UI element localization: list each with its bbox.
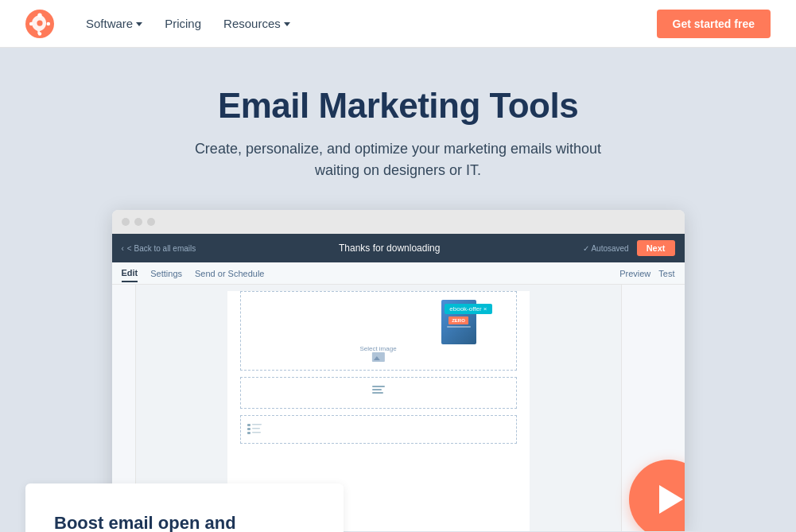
feature-card: Boost email open and clickthrough rates.… bbox=[25, 483, 344, 532]
mountain-icon bbox=[374, 356, 380, 360]
browser-dot-yellow bbox=[134, 218, 142, 226]
svg-rect-7 bbox=[372, 389, 382, 390]
editor-right-controls: ✓ Autosaved Next bbox=[583, 240, 674, 256]
hero-subtitle: Create, personalize, and optimize your m… bbox=[184, 138, 613, 181]
editor-title: Thanks for downloading bbox=[339, 243, 440, 254]
svg-rect-9 bbox=[247, 424, 250, 426]
tab-test[interactable]: Test bbox=[658, 266, 674, 282]
navbar: Software Pricing Resources Get started f… bbox=[0, 0, 796, 48]
svg-rect-13 bbox=[247, 432, 250, 434]
tab-send-schedule[interactable]: Send or Schedule bbox=[195, 266, 264, 282]
nav-software-label: Software bbox=[86, 17, 133, 30]
list-icon bbox=[247, 424, 262, 435]
editor-back-link[interactable]: ‹ < Back to all emails bbox=[122, 244, 196, 253]
nav-software[interactable]: Software bbox=[76, 10, 152, 37]
nav-cta-button[interactable]: Get started free bbox=[657, 10, 771, 38]
editor-back-label: < Back to all emails bbox=[127, 244, 196, 253]
tab-settings[interactable]: Settings bbox=[150, 266, 182, 282]
nav-resources[interactable]: Resources bbox=[214, 10, 300, 37]
tab-preview[interactable]: Preview bbox=[619, 266, 650, 282]
play-icon bbox=[659, 485, 683, 514]
canvas-image-section: ZERO ebook-offer × Select image bbox=[240, 291, 517, 371]
tab-edit[interactable]: Edit bbox=[122, 265, 138, 282]
editor-tab-right: Preview Test bbox=[619, 266, 674, 282]
browser-titlebar bbox=[112, 210, 685, 234]
select-image-text: Select image bbox=[359, 345, 396, 352]
editor-back-chevron-icon: ‹ bbox=[122, 244, 124, 253]
select-image-label: Select image bbox=[359, 345, 396, 363]
ebook-line1 bbox=[447, 326, 471, 328]
svg-rect-14 bbox=[252, 432, 261, 433]
editor-navbar: ‹ < Back to all emails Thanks for downlo… bbox=[112, 234, 685, 262]
ebook-offer-badge: ebook-offer × bbox=[445, 304, 491, 314]
editor-autosaved-label: ✓ Autosaved bbox=[583, 244, 628, 253]
nav-links: Software Pricing Resources bbox=[76, 10, 657, 37]
svg-point-5 bbox=[47, 21, 51, 25]
svg-point-1 bbox=[37, 20, 42, 25]
svg-point-4 bbox=[29, 21, 33, 25]
svg-point-3 bbox=[38, 32, 42, 36]
hubspot-logo[interactable] bbox=[25, 10, 54, 38]
canvas-text-icon bbox=[247, 381, 510, 405]
hero-title: Email Marketing Tools bbox=[16, 86, 780, 126]
image-placeholder-icon bbox=[372, 352, 385, 362]
editor-tabs: Edit Settings Send or Schedule Preview T… bbox=[112, 262, 685, 285]
editor-next-button[interactable]: Next bbox=[637, 240, 675, 256]
feature-heading: Boost email open and clickthrough rates. bbox=[54, 512, 315, 532]
nav-software-chevron-icon bbox=[136, 22, 142, 26]
browser-dot-green bbox=[147, 218, 155, 226]
svg-rect-11 bbox=[247, 428, 250, 430]
canvas-footer-section bbox=[240, 415, 517, 444]
canvas-text-section bbox=[240, 377, 517, 409]
browser-dot-red bbox=[122, 218, 130, 226]
svg-rect-8 bbox=[372, 392, 383, 394]
nav-pricing-label: Pricing bbox=[165, 17, 201, 30]
paragraph-icon bbox=[372, 386, 385, 397]
nav-resources-chevron-icon bbox=[284, 22, 290, 26]
ebook-zero-label: ZERO bbox=[448, 316, 468, 324]
svg-rect-6 bbox=[372, 386, 385, 387]
hero-section: Email Marketing Tools Create, personaliz… bbox=[0, 48, 796, 531]
svg-point-2 bbox=[37, 13, 41, 17]
svg-rect-12 bbox=[252, 428, 260, 429]
nav-pricing[interactable]: Pricing bbox=[155, 10, 211, 37]
nav-resources-label: Resources bbox=[223, 17, 281, 30]
svg-rect-10 bbox=[252, 424, 262, 425]
